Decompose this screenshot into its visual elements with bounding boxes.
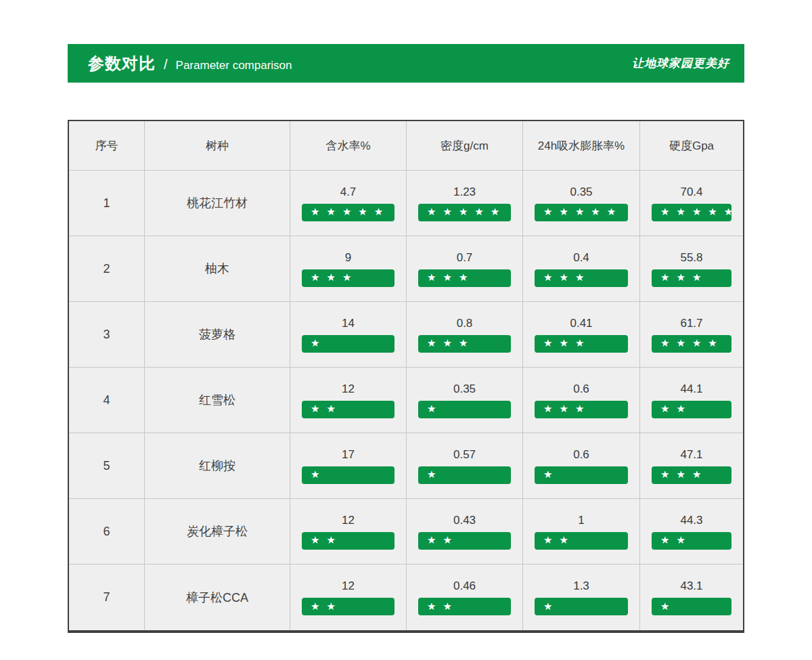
- metric-cell: 70.4★★★★★: [640, 171, 743, 236]
- star-icon: ★: [543, 535, 552, 545]
- species-name: 红雪松: [145, 368, 290, 433]
- metric-value: 0.6: [573, 382, 589, 396]
- star-rating-bar: ★★★: [418, 269, 511, 287]
- star-icon: ★: [660, 601, 669, 611]
- column-header: 含水率%: [290, 121, 407, 171]
- star-icon: ★: [660, 403, 669, 414]
- star-icon: ★: [459, 272, 468, 282]
- star-icon: ★: [374, 206, 383, 217]
- metric-value: 14: [342, 317, 355, 330]
- star-icon: ★: [342, 206, 351, 217]
- star-icon: ★: [676, 403, 685, 414]
- star-icon: ★: [443, 601, 451, 611]
- star-icon: ★: [543, 338, 552, 348]
- star-icon: ★: [311, 535, 319, 545]
- star-rating-bar: ★: [535, 598, 628, 615]
- star-icon: ★: [427, 535, 436, 545]
- metric-cell: 0.35★: [407, 368, 523, 433]
- metric-value: 17: [342, 448, 355, 462]
- star-icon: ★: [326, 272, 335, 282]
- star-icon: ★: [491, 206, 499, 217]
- star-rating-bar: ★★★: [652, 269, 731, 287]
- star-rating-bar: ★★★★★: [652, 204, 731, 221]
- metric-cell: 0.35★★★★★: [523, 171, 640, 236]
- star-rating-bar: ★★: [302, 532, 394, 550]
- metric-value: 1.23: [453, 185, 476, 199]
- column-header: 树种: [145, 121, 290, 171]
- metric-value: 44.1: [680, 382, 702, 396]
- star-rating-bar: ★: [418, 466, 511, 484]
- row-number: 2: [69, 236, 145, 302]
- metric-cell: 0.6★★★: [523, 368, 640, 433]
- metric-value: 0.6: [573, 448, 589, 462]
- star-icon: ★: [311, 338, 319, 348]
- star-icon: ★: [575, 338, 584, 348]
- metric-value: 12: [342, 382, 355, 396]
- star-icon: ★: [724, 206, 733, 217]
- star-icon: ★: [342, 272, 351, 282]
- star-icon: ★: [708, 206, 717, 217]
- table-row: 1桃花江竹材4.7★★★★★1.23★★★★★0.35★★★★★70.4★★★★…: [69, 171, 743, 236]
- row-number: 7: [69, 565, 145, 630]
- star-icon: ★: [559, 272, 568, 282]
- table-row: 2柚木9★★★0.7★★★0.4★★★55.8★★★: [69, 236, 743, 302]
- metric-value: 0.35: [570, 185, 592, 199]
- metric-cell: 12★★: [290, 368, 407, 433]
- species-name: 桃花江竹材: [145, 171, 290, 236]
- star-icon: ★: [427, 403, 436, 414]
- star-icon: ★: [311, 469, 319, 479]
- table-header-row: 序号树种含水率%密度g/cm24h吸水膨胀率%硬度Gpa: [69, 121, 743, 171]
- metric-cell: 0.6★: [523, 433, 640, 499]
- metric-value: 9: [345, 251, 351, 265]
- metric-cell: 14★: [290, 302, 407, 368]
- metric-cell: 9★★★: [290, 236, 407, 302]
- metric-cell: 47.1★★★: [640, 433, 743, 499]
- metric-cell: 0.46★★: [407, 565, 523, 630]
- metric-cell: 0.41★★★: [523, 302, 640, 368]
- star-icon: ★: [358, 206, 367, 217]
- star-icon: ★: [559, 206, 568, 217]
- metric-value: 12: [342, 514, 355, 527]
- star-icon: ★: [326, 535, 335, 545]
- star-icon: ★: [660, 272, 669, 282]
- metric-cell: 12★★: [290, 565, 407, 630]
- star-rating-bar: ★★★: [535, 335, 628, 353]
- metric-value: 1: [578, 514, 584, 527]
- star-icon: ★: [660, 338, 669, 348]
- metric-cell: 4.7★★★★★: [290, 171, 407, 236]
- banner-slogan: 让地球家园更美好: [632, 56, 729, 71]
- star-icon: ★: [427, 601, 436, 611]
- metric-value: 0.8: [457, 317, 473, 330]
- star-icon: ★: [543, 206, 552, 217]
- column-header: 密度g/cm: [407, 121, 523, 171]
- metric-cell: 1★★: [523, 499, 640, 565]
- star-rating-bar: ★★★★★: [535, 204, 628, 221]
- star-rating-bar: ★: [302, 466, 394, 484]
- star-icon: ★: [543, 272, 552, 282]
- star-icon: ★: [692, 338, 701, 348]
- banner-title: 参数对比 / Parameter comparison: [88, 53, 292, 74]
- metric-cell: 0.8★★★: [407, 302, 523, 368]
- star-icon: ★: [660, 469, 669, 479]
- star-icon: ★: [676, 469, 685, 479]
- column-header: 硬度Gpa: [640, 121, 743, 171]
- metric-cell: 0.57★: [407, 433, 523, 499]
- star-rating-bar: ★★★: [302, 269, 394, 287]
- banner-separator: /: [164, 57, 168, 72]
- star-icon: ★: [443, 206, 451, 217]
- metric-value: 0.46: [453, 579, 476, 593]
- star-icon: ★: [607, 206, 616, 217]
- star-rating-bar: ★: [535, 466, 628, 484]
- star-icon: ★: [311, 272, 319, 282]
- star-icon: ★: [427, 272, 436, 282]
- star-icon: ★: [676, 338, 685, 348]
- star-icon: ★: [543, 403, 552, 414]
- star-icon: ★: [575, 206, 584, 217]
- banner-title-zh: 参数对比: [88, 53, 156, 74]
- star-rating-bar: ★★★: [418, 335, 511, 353]
- metric-cell: 43.1★: [640, 565, 743, 630]
- metric-value: 0.35: [453, 382, 476, 396]
- table-body: 1桃花江竹材4.7★★★★★1.23★★★★★0.35★★★★★70.4★★★★…: [69, 171, 743, 630]
- species-name: 樟子松CCA: [145, 565, 290, 630]
- metric-cell: 0.4★★★: [523, 236, 640, 302]
